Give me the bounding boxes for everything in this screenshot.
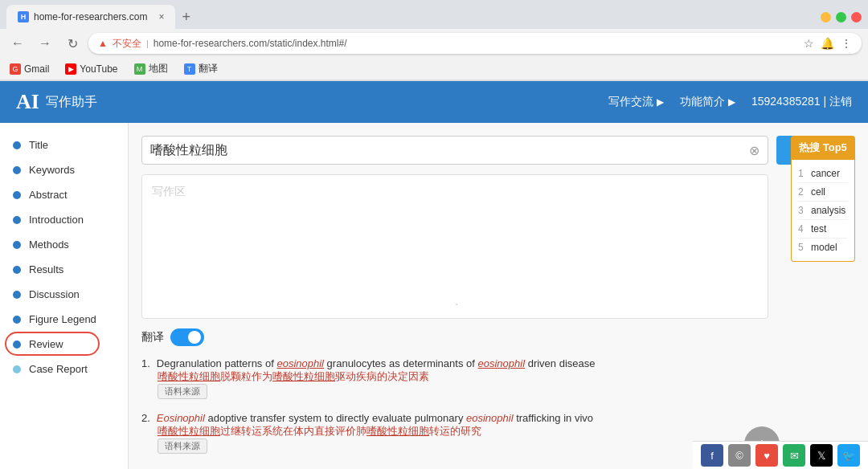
new-tab-button[interactable]: +: [182, 9, 190, 26]
social-icon-copyright[interactable]: ©: [728, 444, 751, 467]
result-2-source-badge[interactable]: 语料来源: [158, 438, 207, 454]
app-nav: 写作交流 ▶ 功能简介 ▶ 15924385281 | 注销: [608, 95, 852, 109]
bookmark-translate[interactable]: T 翻译: [181, 60, 221, 77]
nav-arrow-2: ▶: [728, 96, 735, 108]
result-1-en-text: Degranulation patterns of eosinophil gra…: [157, 357, 596, 369]
close-btn[interactable]: [851, 12, 862, 22]
sidebar-label-title: Title: [29, 139, 48, 151]
window-controls: [821, 12, 862, 22]
sidebar-dot-methods: [13, 241, 21, 249]
sidebar-dot-discussion: [13, 291, 21, 299]
hot-rank-5: 5: [798, 242, 808, 253]
tab-close[interactable]: ×: [158, 11, 164, 22]
active-tab[interactable]: H home-for-researchers.com ×: [6, 5, 175, 29]
maximize-btn[interactable]: [836, 12, 846, 22]
nav-writing-exchange-label: 写作交流: [608, 95, 653, 109]
result-1-keyword-2: eosinophil: [478, 357, 526, 369]
hot-rank-3: 3: [798, 205, 808, 216]
sidebar-item-case-report[interactable]: Case Report: [0, 357, 128, 381]
bottom-social-bar: f © ♥ ✉ 𝕏 🐦: [693, 441, 868, 469]
search-query-text: 嗜酸性粒细胞: [150, 142, 749, 159]
maps-icon: M: [134, 63, 145, 75]
sidebar-label-methods: Methods: [29, 239, 69, 251]
nav-arrow-1: ▶: [657, 96, 664, 108]
hot-word-5: model: [811, 242, 837, 253]
result-1-zh-text: 嗜酸性粒细胞脱颗粒作为嗜酸性粒细胞驱动疾病的决定因素: [158, 370, 429, 382]
result-1-keyword-1: eosinophil: [276, 357, 324, 369]
hot-item-2[interactable]: 2 cell: [798, 183, 848, 202]
main-layout: Title Keywords Abstract Introduction Met…: [0, 123, 868, 469]
address-bar[interactable]: ▲ 不安全 | home-for-researchers.com/static/…: [88, 33, 862, 54]
bookmark-gmail[interactable]: G Gmail: [6, 62, 52, 76]
sidebar-item-title[interactable]: Title: [0, 133, 128, 157]
translate-label: 翻译: [199, 62, 218, 75]
sidebar-item-methods[interactable]: Methods: [0, 232, 128, 257]
tab-bar: H home-for-researchers.com × +: [0, 0, 868, 29]
gmail-icon: G: [10, 63, 21, 75]
sidebar-item-review[interactable]: Review: [0, 332, 128, 357]
sidebar-item-figure-legend[interactable]: Figure Legend: [0, 307, 128, 332]
app-logo: AI 写作助手: [16, 90, 97, 114]
address-bar-icons: ☆ 🔔 ⋮: [804, 37, 852, 50]
social-icon-facebook[interactable]: f: [701, 444, 723, 467]
sidebar-label-abstract: Abstract: [29, 189, 68, 201]
hot-item-5[interactable]: 5 model: [798, 239, 848, 256]
hot-panel-header: 热搜 Top5: [791, 136, 855, 160]
logo-ai-text: AI: [16, 90, 39, 114]
result-1-num: 1.: [141, 357, 150, 369]
hot-word-1: cancer: [811, 168, 840, 179]
back-button[interactable]: ←: [6, 32, 29, 55]
separator: |: [146, 39, 149, 48]
sidebar-item-introduction[interactable]: Introduction: [0, 207, 128, 232]
result-1-source-badge[interactable]: 语料来源: [158, 384, 207, 399]
sidebar-label-keywords: Keywords: [29, 164, 75, 176]
sidebar-item-discussion[interactable]: Discussion: [0, 282, 128, 307]
bookmark-maps[interactable]: M 地图: [131, 60, 171, 77]
result-2-keyword-1: Eosinophil: [157, 412, 205, 424]
social-icon-twitter[interactable]: 🐦: [837, 444, 860, 467]
bookmark-youtube[interactable]: ▶ YouTube: [62, 62, 121, 76]
result-1-zh-kw-2: 嗜酸性粒细胞: [272, 370, 335, 382]
maps-label: 地图: [149, 62, 168, 75]
result-2-keyword-2: eosinophil: [466, 412, 514, 424]
url-text: home-for-researchers.com/static/index.ht…: [154, 38, 799, 49]
result-2-zh-kw-1: 嗜酸性粒细胞: [158, 425, 220, 437]
star-icon[interactable]: ☆: [804, 37, 814, 50]
minimize-btn[interactable]: [821, 12, 831, 22]
result-2-en-text: Eosinophil adoptive transfer system to d…: [157, 412, 593, 424]
hot-panel: 热搜 Top5 1 cancer 2 cell 3 analysis: [791, 136, 855, 262]
translate-bk-icon: T: [184, 63, 195, 75]
sidebar-item-abstract[interactable]: Abstract: [0, 182, 128, 207]
menu-icon[interactable]: ⋮: [841, 37, 852, 50]
result-2-num: 2.: [141, 412, 150, 424]
sidebar-label-results: Results: [29, 263, 63, 275]
nav-phone-logout[interactable]: 15924385281 | 注销: [751, 95, 852, 109]
social-icon-mail[interactable]: ✉: [783, 444, 805, 467]
translate-toggle[interactable]: [170, 328, 204, 346]
search-input-wrap: 嗜酸性粒细胞 ⊗: [141, 136, 768, 165]
sidebar-dot-results: [13, 266, 21, 274]
sidebar-label-case-report: Case Report: [29, 363, 88, 375]
search-clear-button[interactable]: ⊗: [749, 143, 760, 158]
writing-area[interactable]: 写作区 .: [141, 174, 768, 319]
sidebar-item-keywords[interactable]: Keywords: [0, 157, 128, 182]
refresh-button[interactable]: ↻: [61, 32, 84, 55]
translate-row: 翻译: [141, 328, 855, 346]
sidebar-label-discussion: Discussion: [29, 288, 80, 300]
search-row: 嗜酸性粒细胞 ⊗ 查 询: [141, 136, 855, 165]
nav-features[interactable]: 功能简介 ▶: [680, 95, 735, 109]
social-icon-x[interactable]: 𝕏: [810, 444, 833, 467]
hot-item-3[interactable]: 3 analysis: [798, 202, 848, 220]
hot-rank-4: 4: [798, 223, 808, 234]
forward-button[interactable]: →: [34, 32, 56, 55]
gmail-label: Gmail: [24, 63, 49, 75]
security-text: 不安全: [113, 37, 141, 51]
tab-title: home-for-researchers.com: [34, 11, 147, 22]
nav-features-label: 功能简介: [680, 95, 725, 109]
sidebar-item-results[interactable]: Results: [0, 257, 128, 282]
hot-item-1[interactable]: 1 cancer: [798, 165, 848, 183]
social-icon-heart[interactable]: ♥: [755, 444, 778, 467]
profile-icon[interactable]: 🔔: [821, 37, 834, 50]
nav-writing-exchange[interactable]: 写作交流 ▶: [608, 95, 664, 109]
hot-item-4[interactable]: 4 test: [798, 220, 848, 239]
